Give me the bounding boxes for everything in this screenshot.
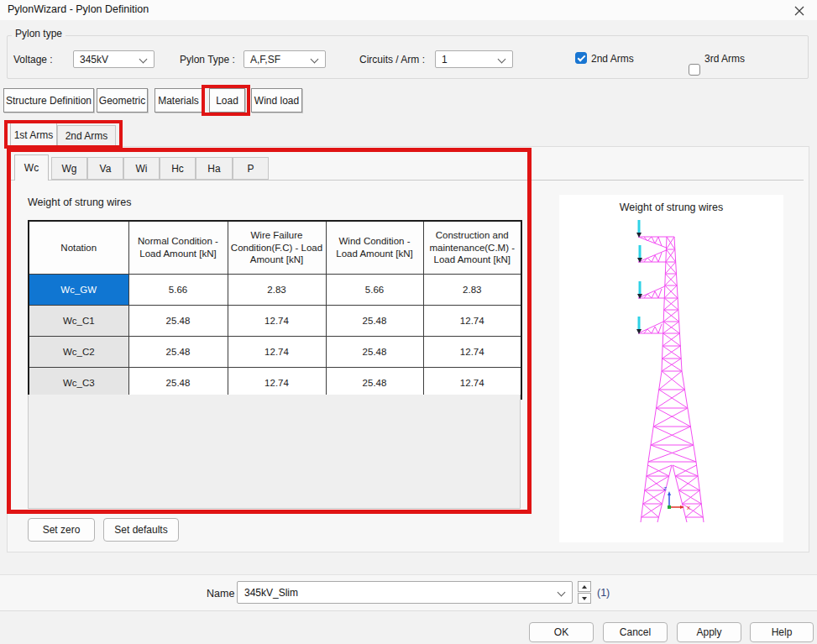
cell[interactable]: 12.74 <box>228 337 326 368</box>
tab-geometric[interactable]: Geometric <box>97 88 148 113</box>
count-badge: (1) <box>597 587 610 599</box>
tab-load[interactable]: Load <box>209 88 245 113</box>
arrow-up-icon <box>582 585 587 589</box>
close-button[interactable] <box>787 3 812 18</box>
window-title: PylonWizard - Pylon Definition <box>8 3 149 15</box>
circuits-value: 1 <box>442 54 448 65</box>
cell[interactable]: 25.48 <box>128 306 228 337</box>
cell[interactable]: 12.74 <box>423 337 521 368</box>
ok-button[interactable]: OK <box>529 622 594 642</box>
row-header[interactable]: Wc_C2 <box>29 337 128 368</box>
tab-p[interactable]: P <box>233 157 269 180</box>
section-title: Weight of strung wires <box>28 196 131 208</box>
set-zero-button[interactable]: Set zero <box>28 518 95 542</box>
tab-va[interactable]: Va <box>87 157 123 180</box>
col-header-wire-failure[interactable]: Wire Failure Condition(F.C) - Load Amoun… <box>228 221 326 275</box>
circuits-label: Circuits / Arm : <box>359 54 425 65</box>
row-header[interactable]: Wc_C1 <box>29 306 128 337</box>
name-spinner <box>578 581 591 604</box>
tab-wc[interactable]: Wc <box>14 154 49 181</box>
tab-materials[interactable]: Materials <box>154 88 202 113</box>
load-table: Notation Normal Condition - Load Amount … <box>28 220 522 400</box>
name-input[interactable] <box>243 584 548 602</box>
cell[interactable]: 2.83 <box>228 275 326 306</box>
third-arms-checkbox[interactable] <box>689 64 700 76</box>
table-row: Wc_C1 25.48 12.74 25.48 12.74 <box>29 306 521 337</box>
pylon-type-value: A,F,SF <box>250 54 280 65</box>
table-header-row: Notation Normal Condition - Load Amount … <box>29 221 521 275</box>
check-icon <box>578 54 586 62</box>
cell[interactable]: 25.48 <box>326 337 423 368</box>
voltage-select[interactable]: 345kV <box>73 50 154 68</box>
tab-wi[interactable]: Wi <box>123 157 160 180</box>
tab-structure-definition[interactable]: Structure Definition <box>3 88 94 113</box>
help-button[interactable]: Help <box>750 622 814 642</box>
tab-ha[interactable]: Ha <box>196 157 233 180</box>
second-arms-label: 2nd Arms <box>591 53 634 65</box>
tab-wg[interactable]: Wg <box>51 157 87 180</box>
spinner-down-button[interactable] <box>578 593 591 604</box>
preview-panel: Weight of strung wires zx <box>559 195 783 542</box>
cell[interactable]: 2.83 <box>423 275 521 306</box>
circuits-select[interactable]: 1 <box>435 50 513 68</box>
chevron-down-icon <box>498 55 506 64</box>
name-label: Name <box>207 588 234 599</box>
cancel-button[interactable]: Cancel <box>603 622 668 642</box>
cell[interactable]: 12.74 <box>423 306 521 337</box>
pylon-type-select[interactable]: A,F,SF <box>244 50 326 68</box>
col-header-wind[interactable]: Wind Condition - Load Amount [kN] <box>326 221 423 275</box>
tab-1st-arms[interactable]: 1st Arms <box>10 123 57 147</box>
apply-button[interactable]: Apply <box>677 622 741 642</box>
cell[interactable]: 12.74 <box>228 306 326 337</box>
cell[interactable]: 25.48 <box>128 337 228 368</box>
tab-hc[interactable]: Hc <box>160 157 196 180</box>
voltage-label: Voltage : <box>13 54 53 65</box>
arrow-down-icon <box>582 597 587 600</box>
col-header-construction[interactable]: Construction and maintenance(C.M) - Load… <box>423 221 521 275</box>
row-header[interactable]: Wc_GW <box>29 275 128 306</box>
tab-2nd-arms[interactable]: 2nd Arms <box>57 125 116 146</box>
grid-empty-area <box>28 395 521 509</box>
table-row: Wc_GW 5.66 2.83 5.66 2.83 <box>29 275 521 306</box>
tab-wind-load[interactable]: Wind load <box>251 88 302 113</box>
col-header-normal[interactable]: Normal Condition - Load Amount [kN] <box>128 221 228 275</box>
inner-tabstrip-baseline <box>11 180 804 181</box>
second-arms-checkbox[interactable] <box>575 52 587 64</box>
pylon-type-label: Pylon Type : <box>180 54 235 65</box>
cell[interactable]: 25.48 <box>326 306 423 337</box>
table-row: Wc_C2 25.48 12.74 25.48 12.74 <box>29 337 521 368</box>
voltage-value: 345kV <box>80 54 108 65</box>
spinner-up-button[interactable] <box>578 581 591 592</box>
cell[interactable]: 5.66 <box>326 275 423 306</box>
close-icon <box>794 6 804 16</box>
pylon-type-group-label: Pylon type <box>12 28 65 39</box>
chevron-down-icon <box>311 55 319 64</box>
svg-text:x: x <box>687 504 690 511</box>
svg-text:z: z <box>663 484 667 492</box>
third-arms-label: 3rd Arms <box>704 53 745 65</box>
cell[interactable]: 5.66 <box>128 275 228 306</box>
pylon-drawing: zx <box>559 195 783 542</box>
set-defaults-button[interactable]: Set defaults <box>103 518 179 542</box>
col-header-notation[interactable]: Notation <box>29 221 128 275</box>
name-combobox[interactable] <box>237 581 573 604</box>
chevron-down-icon <box>558 589 566 597</box>
chevron-down-icon <box>139 55 148 64</box>
